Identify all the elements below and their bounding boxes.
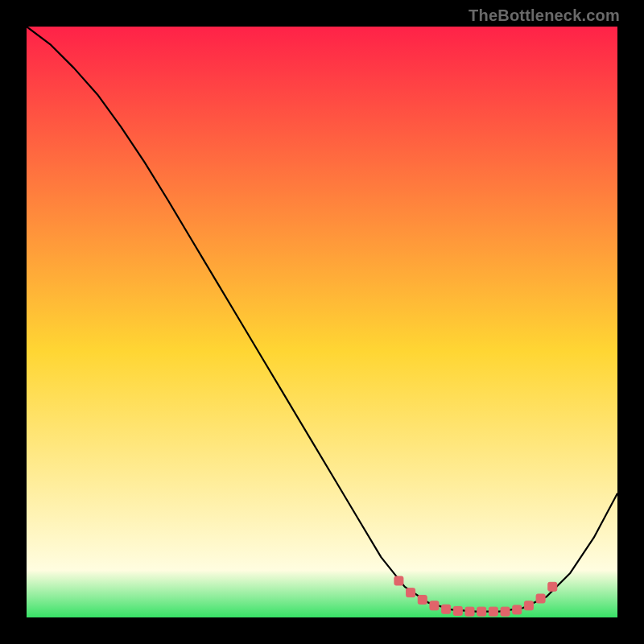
chart-frame: TheBottleneck.com <box>0 0 644 644</box>
trough-marker <box>418 595 427 604</box>
trough-marker <box>394 576 403 585</box>
trough-marker <box>501 607 510 616</box>
trough-marker <box>430 601 439 610</box>
trough-marker <box>453 606 462 615</box>
trough-marker <box>536 594 545 603</box>
trough-marker <box>477 607 486 616</box>
gradient-background <box>27 27 617 617</box>
watermark-text: TheBottleneck.com <box>469 6 620 25</box>
plot-area <box>27 27 617 617</box>
trough-marker <box>524 601 533 610</box>
trough-marker <box>442 605 451 613</box>
trough-marker <box>489 607 497 616</box>
trough-marker <box>548 582 557 591</box>
chart-svg <box>27 27 617 617</box>
trough-marker <box>407 588 415 597</box>
trough-marker <box>465 607 474 616</box>
trough-marker <box>513 605 522 614</box>
